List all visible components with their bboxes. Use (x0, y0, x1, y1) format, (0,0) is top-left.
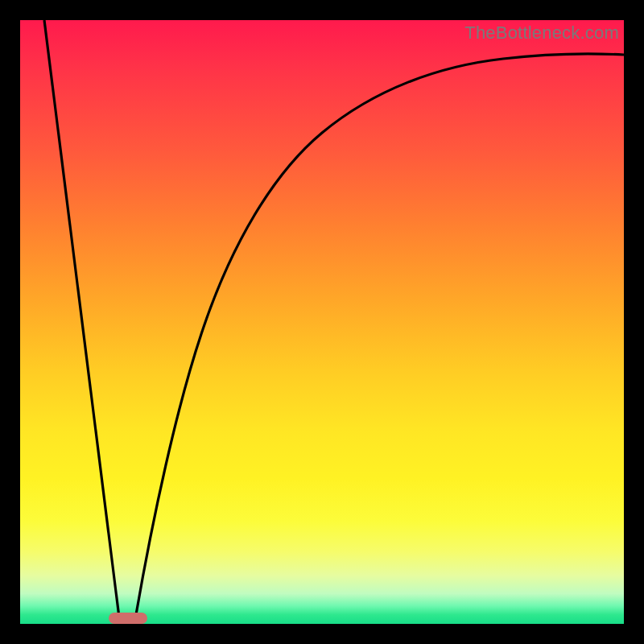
right-curve (134, 54, 624, 624)
left-line (44, 20, 120, 624)
curve-layer (20, 20, 624, 624)
minimum-marker (109, 613, 147, 624)
chart-frame: TheBottleneck.com (0, 0, 644, 644)
plot-area: TheBottleneck.com (20, 20, 624, 624)
